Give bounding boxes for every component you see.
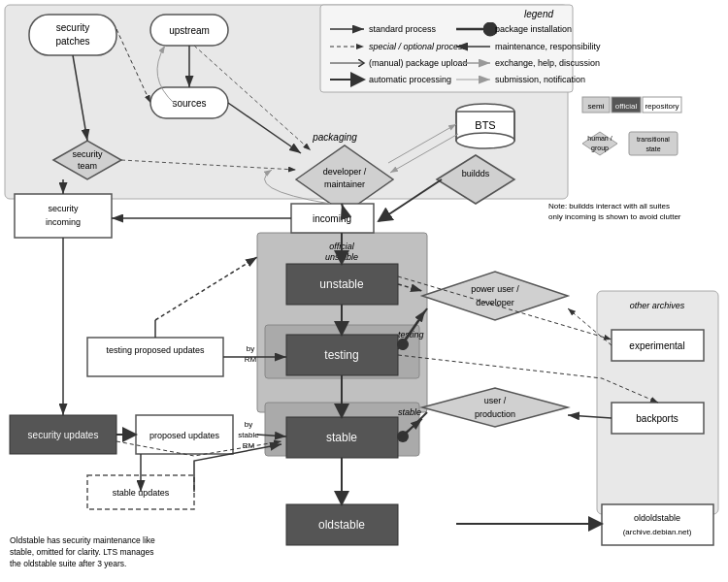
by-rm-label: by <box>247 344 254 353</box>
svg-line-78 <box>155 257 257 320</box>
legend-automatic: automatic processing <box>369 75 451 84</box>
svg-rect-42 <box>87 338 223 376</box>
proposed-updates-label: proposed updates <box>149 431 220 440</box>
legend-maintenance: maintenance, responsibility <box>495 42 601 51</box>
svg-marker-47 <box>422 388 568 427</box>
security-team-label: security <box>72 149 103 159</box>
buildds-label: buildds <box>462 169 490 178</box>
oldoldstable-label: oldoldstable <box>634 513 680 523</box>
legend-special: special / optional process <box>369 42 468 51</box>
security-updates-label: security updates <box>28 430 99 440</box>
legend-title: legend <box>524 9 553 19</box>
svg-rect-36 <box>15 194 112 238</box>
svg-marker-46 <box>422 272 568 320</box>
security-patches-label: security <box>56 22 89 33</box>
security-incoming-label: security <box>48 204 79 213</box>
legend-semi: semi <box>588 102 605 111</box>
unstable-label: unstable <box>319 277 364 291</box>
upstream-label: upstream <box>169 25 210 36</box>
footer-line1: Oldstable has security maintenance like <box>10 535 155 545</box>
note-line2: only incoming is shown to avoid clutter <box>548 212 681 221</box>
note-line1: Note: buildds interact with all suites <box>548 202 670 210</box>
legend-human-group: human / <box>587 135 612 142</box>
backports-label: backports <box>636 413 678 424</box>
sources-label: sources <box>172 98 206 109</box>
stable-region-label: stable <box>398 407 421 417</box>
svg-point-32 <box>456 133 514 148</box>
user-production-label2: production <box>475 409 515 419</box>
power-user-label2: developer <box>476 298 514 307</box>
security-patches-label2: patches <box>55 36 89 47</box>
experimental-label: experimental <box>629 340 684 351</box>
svg-rect-50 <box>602 504 713 545</box>
developer-label: developer / <box>323 167 367 177</box>
by-stable-rm: by <box>245 420 252 429</box>
svg-rect-25 <box>29 15 116 55</box>
legend-transitional2: state <box>645 146 660 152</box>
legend-standard: standard process <box>369 24 437 34</box>
by-stable-rm2: stable <box>238 431 259 439</box>
developer-label2: maintainer <box>324 179 365 189</box>
legend-submission: submission, notification <box>495 75 585 84</box>
legend-pkg-install: package installation <box>495 24 572 34</box>
user-production-label: user / <box>484 396 507 405</box>
footer-line2: stable, omitted for clarity. LTS manages <box>10 547 154 557</box>
power-user-label: power user / <box>471 284 519 294</box>
security-incoming-label2: incoming <box>46 217 81 227</box>
footer-line3: the oldstable suite after 3 years. <box>10 559 127 568</box>
legend-repository: repository <box>645 102 678 111</box>
legend-manual-upload: (manual) package upload <box>369 58 468 68</box>
incoming-label: incoming <box>313 213 351 224</box>
security-team-label2: team <box>78 161 97 171</box>
testing-proposed-label: testing proposed updates <box>106 345 205 355</box>
legend-official: official <box>615 102 638 111</box>
testing-label: testing <box>324 348 358 362</box>
other-archives-label: other archives <box>630 301 685 310</box>
oldoldstable-label2: (archive.debian.net) <box>623 528 692 536</box>
legend-exchange: exchange, help, discussion <box>495 58 600 68</box>
bts-label: BTS <box>475 119 495 131</box>
stable-label: stable <box>326 431 357 444</box>
oldstable-label: oldstable <box>318 518 365 532</box>
diagram-container: legend standard process package installa… <box>0 0 728 582</box>
legend-human-group2: group <box>591 145 609 152</box>
legend-transitional: transitional <box>637 136 670 143</box>
packaging-label: packaging <box>312 132 357 143</box>
